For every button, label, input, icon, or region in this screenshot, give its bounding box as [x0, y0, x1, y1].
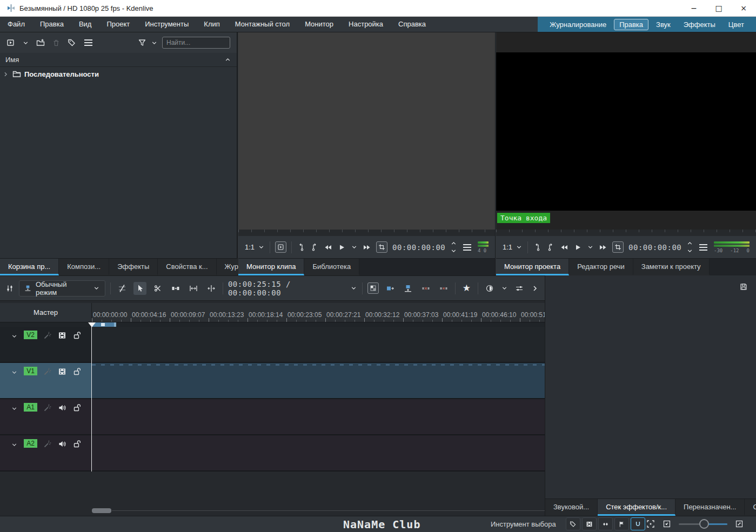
chevron-down-icon[interactable]: [22, 39, 29, 46]
timeline-track[interactable]: V1: [0, 363, 545, 399]
bin-menu-icon[interactable]: [84, 42, 92, 43]
tab[interactable]: Субтитры: [745, 499, 756, 516]
ruler-segment[interactable]: 00:00:27:21: [325, 303, 364, 322]
track-badge[interactable]: A2: [24, 439, 37, 448]
chevron-down-icon[interactable]: [11, 369, 18, 376]
monitor-timecode[interactable]: 00:00:00:00: [628, 243, 681, 252]
zone-handle[interactable]: [101, 323, 105, 326]
tag-icon[interactable]: [68, 38, 76, 47]
record-button[interactable]: [483, 282, 496, 295]
lock-icon[interactable]: [72, 367, 81, 376]
bin-item-sequences[interactable]: Последовательности: [0, 67, 237, 81]
timeline-track[interactable]: A2: [0, 435, 545, 472]
tab[interactable]: Заметки к проекту: [633, 259, 710, 275]
menubar-item[interactable]: Справка: [391, 17, 433, 32]
rewind-icon[interactable]: [324, 243, 332, 252]
zone-mode-button[interactable]: [612, 241, 624, 253]
tab[interactable]: Переназначен...: [675, 499, 745, 516]
zone-out-icon[interactable]: [546, 243, 555, 252]
timeline-ruler[interactable]: 00:00:00:0000:00:04:1600:00:09:0700:00:1…: [92, 303, 545, 322]
filter-icon[interactable]: [138, 38, 146, 47]
favorite-effects-button[interactable]: ★: [460, 280, 473, 296]
overwrite-zone-button[interactable]: [402, 282, 414, 295]
tab[interactable]: Монитор клипа: [238, 259, 304, 275]
rewind-icon[interactable]: [560, 243, 568, 252]
ruler-segment[interactable]: 00:00:18:14: [247, 303, 286, 322]
maximize-button[interactable]: □: [706, 0, 731, 16]
mixed-audio-video-button[interactable]: [367, 282, 379, 294]
track-badge[interactable]: V1: [24, 367, 37, 375]
sort-chevron-up-icon[interactable]: [224, 56, 231, 63]
timecode-spinner[interactable]: [450, 240, 457, 254]
tab[interactable]: Монитор проекта: [496, 259, 569, 275]
create-folder-icon[interactable]: [36, 38, 45, 47]
track-badge[interactable]: V2: [24, 331, 37, 339]
video-track-icon[interactable]: [58, 331, 66, 340]
selection-tool-button[interactable]: [133, 282, 146, 295]
audio-track-icon[interactable]: [58, 440, 66, 448]
track-effects-icon[interactable]: [43, 403, 52, 412]
chevron-down-icon[interactable]: [151, 39, 158, 46]
timeline-zone-strip[interactable]: [0, 322, 545, 327]
ruler-segment[interactable]: 00:00:04:16: [131, 303, 170, 322]
track-lane[interactable]: [92, 363, 545, 398]
compositing-toggle-button[interactable]: [598, 517, 613, 530]
tab[interactable]: Эффекты: [109, 259, 158, 275]
monitor-zoom-select[interactable]: 1:1: [245, 243, 265, 251]
track-effects-icon[interactable]: [43, 440, 52, 448]
track-lane[interactable]: [92, 435, 545, 470]
ruler-segment[interactable]: 00:00:32:12: [364, 303, 403, 322]
toolbar-overflow-icon[interactable]: [531, 284, 539, 293]
ruler-segment[interactable]: 00:00:00:00: [92, 303, 131, 322]
tab[interactable]: Свойства к...: [158, 259, 216, 275]
lock-icon[interactable]: [72, 403, 81, 412]
menubar-item[interactable]: Монитор: [297, 17, 341, 32]
track-effects-icon[interactable]: [43, 367, 52, 376]
tab[interactable]: Редактор речи: [569, 259, 633, 275]
workspace-item[interactable]: Журналирование: [544, 19, 612, 30]
menubar-item[interactable]: Вид: [71, 17, 99, 32]
ruler-segment[interactable]: 00:00:46:10: [481, 303, 520, 322]
ruler-segment[interactable]: 00:00:23:05: [286, 303, 325, 322]
forward-icon[interactable]: [599, 243, 607, 252]
forward-icon[interactable]: [363, 243, 371, 252]
chevron-down-icon[interactable]: [350, 285, 357, 292]
razor-tool-button[interactable]: [151, 282, 164, 295]
bin-column-header[interactable]: Имя: [0, 53, 237, 67]
chevron-down-icon[interactable]: [11, 441, 18, 448]
chevron-down-icon[interactable]: [11, 405, 18, 412]
chevron-down-icon[interactable]: [587, 244, 594, 251]
zone-in-icon[interactable]: [297, 243, 305, 252]
track-header[interactable]: V1: [0, 363, 92, 398]
clip-monitor-display[interactable]: [238, 32, 495, 230]
track-lane[interactable]: [92, 399, 545, 434]
chevron-down-icon[interactable]: [11, 333, 18, 340]
monitor-menu-icon[interactable]: [463, 247, 471, 248]
track-header[interactable]: A1: [0, 399, 92, 434]
workspace-item[interactable]: Правка: [614, 19, 648, 30]
zoom-out-icon[interactable]: [663, 520, 671, 528]
ruler-segment[interactable]: 00:00:37:03: [403, 303, 442, 322]
menubar-item[interactable]: Файл: [0, 17, 32, 32]
menubar-item[interactable]: Монтажный стол: [228, 17, 297, 32]
chevron-down-icon[interactable]: [501, 285, 508, 292]
monitor-timecode[interactable]: 00:00:00:00: [392, 243, 445, 252]
workspace-item[interactable]: Эффекты: [678, 19, 721, 30]
timeline-options-icon[interactable]: [5, 284, 14, 293]
master-track-button[interactable]: Мастер: [0, 303, 92, 322]
ruler-segment[interactable]: 00:00:41:19: [442, 303, 481, 322]
edit-mode-select[interactable]: Обычный режим: [19, 280, 105, 297]
timecode-spinner[interactable]: [686, 240, 693, 254]
zoom-fit-icon[interactable]: [646, 520, 655, 528]
thumbnails-toggle-button[interactable]: [582, 517, 597, 530]
timeline-hscrollbar[interactable]: [92, 508, 111, 513]
slip-tool-button[interactable]: [205, 282, 218, 295]
track-mode-button[interactable]: [116, 282, 129, 295]
monitor-menu-icon[interactable]: [699, 247, 707, 248]
zoom-in-icon[interactable]: [735, 520, 744, 528]
workspace-item[interactable]: Цвет: [723, 19, 750, 30]
video-track-icon[interactable]: [58, 367, 66, 376]
lock-icon[interactable]: [72, 440, 81, 448]
zoom-slider[interactable]: [679, 517, 727, 530]
ruler-segment[interactable]: 00:00:09:07: [170, 303, 209, 322]
